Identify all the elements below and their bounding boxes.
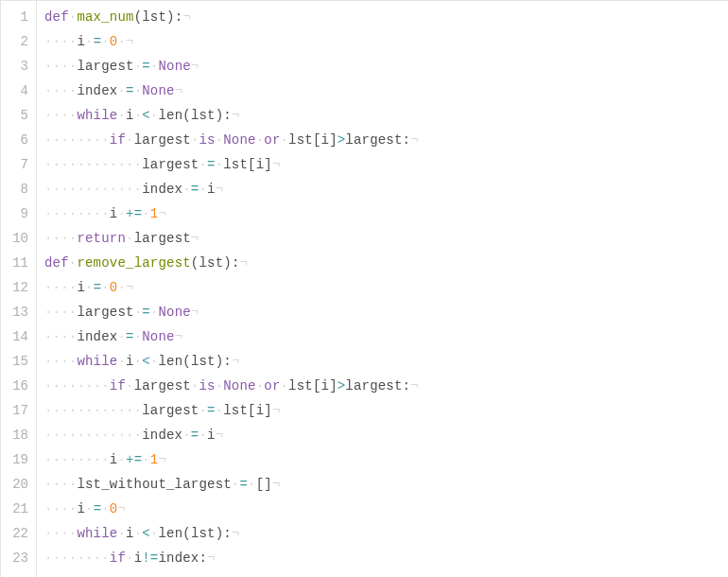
token-kw: while	[77, 354, 117, 369]
line-number: 13	[1, 300, 36, 324]
token-var: i	[77, 501, 85, 516]
indent-whitespace: ····	[44, 501, 77, 516]
token-var: i	[77, 280, 85, 295]
whitespace: ·	[256, 132, 265, 148]
token-op: =	[142, 305, 150, 320]
code-line[interactable]: ····largest·=·None¬	[44, 300, 728, 324]
line-number: 10	[1, 226, 36, 251]
eol-marker: ¬	[191, 305, 199, 320]
eol-marker: ¬	[272, 477, 281, 492]
code-line[interactable]: ····while·i·<·len(lst):¬	[44, 521, 728, 546]
whitespace: ·	[117, 280, 126, 295]
line-number: 3	[1, 54, 36, 79]
token-var: i	[126, 108, 134, 123]
code-editor[interactable]: 1234567891011121314151617181920212223 de…	[1, 1, 728, 577]
whitespace: ·	[280, 132, 288, 148]
code-line[interactable]: ····i·=·0·¬	[44, 29, 728, 54]
token-var: len	[158, 108, 182, 123]
eol-marker: ¬	[126, 34, 134, 49]
line-number: 22	[1, 521, 36, 546]
token-punc: :	[223, 108, 232, 123]
token-var: lst	[223, 157, 248, 172]
token-punc: ]	[264, 403, 272, 418]
code-line[interactable]: ····i·=·0·¬	[44, 275, 728, 300]
token-var: lst	[142, 9, 166, 25]
code-line[interactable]: ········if·largest·is·None·or·lst[i]>lar…	[44, 374, 728, 398]
code-line[interactable]: ····largest·=·None¬	[44, 54, 728, 79]
whitespace: ·	[134, 354, 143, 369]
token-punc: [	[313, 132, 321, 148]
token-op: =	[94, 34, 102, 49]
token-kw: while	[77, 526, 117, 541]
token-var: largest	[142, 403, 199, 418]
code-area[interactable]: def·max_num(lst):¬····i·=·0·¬····largest…	[37, 1, 728, 577]
code-line[interactable]: def·max_num(lst):¬	[44, 5, 728, 29]
whitespace: ·	[134, 59, 143, 74]
whitespace: ·	[182, 182, 191, 197]
whitespace: ·	[199, 157, 207, 172]
token-var: largest	[142, 157, 199, 172]
whitespace: ·	[117, 329, 126, 344]
token-punc: (	[182, 108, 191, 123]
code-line[interactable]: ············largest·=·lst[i]¬	[44, 152, 728, 177]
token-kw: if	[110, 551, 126, 566]
code-line[interactable]: ········if·i!=index:¬	[44, 546, 728, 570]
line-number: 12	[1, 275, 36, 300]
token-var: i	[321, 378, 330, 393]
token-var: i	[256, 403, 265, 418]
token-none: None	[142, 329, 174, 344]
whitespace: ·	[199, 403, 207, 418]
whitespace: ·	[117, 354, 126, 369]
token-var: i	[321, 132, 330, 148]
token-var: lst	[191, 354, 216, 369]
token-punc: :	[175, 9, 183, 25]
code-line[interactable]: ········if·largest·is·None·or·lst[i]>lar…	[44, 128, 728, 152]
token-punc: [	[256, 477, 265, 492]
code-line[interactable]: ········i·+=·1¬	[44, 201, 728, 226]
eol-marker: ¬	[175, 83, 183, 98]
code-line[interactable]: def·remove_largest(lst):¬	[44, 251, 728, 275]
indent-whitespace: ········	[44, 206, 110, 221]
token-punc: )	[166, 9, 175, 25]
line-number: 8	[1, 177, 36, 201]
line-number: 5	[1, 103, 36, 128]
token-none: None	[158, 59, 190, 74]
code-line[interactable]: ····i·=·0¬	[44, 497, 728, 521]
token-kw: or	[264, 132, 280, 148]
code-line[interactable]: ············index·=·i¬	[44, 423, 728, 447]
token-op: =	[126, 83, 134, 98]
code-line[interactable]: ····index·=·None¬	[44, 324, 728, 349]
eol-marker: ¬	[410, 132, 419, 148]
code-line[interactable]: ········i·+=·1¬	[44, 447, 728, 472]
token-punc: (	[182, 526, 191, 541]
code-line[interactable]: ····while·i·<·len(lst):¬	[44, 103, 728, 128]
code-line[interactable]: ····return·largest¬	[44, 226, 728, 251]
whitespace: ·	[248, 477, 256, 492]
token-var: largest	[345, 378, 402, 393]
indent-whitespace: ········	[44, 378, 110, 393]
code-line[interactable]: ····while·i·<·len(lst):¬	[44, 349, 728, 374]
indent-whitespace: ····	[44, 108, 77, 123]
line-number: 19	[1, 447, 36, 472]
line-number: 2	[1, 29, 36, 54]
token-var: index	[158, 551, 199, 566]
code-line[interactable]: ····lst_without_largest·=·[]¬	[44, 472, 728, 497]
eol-marker: ¬	[239, 255, 248, 271]
line-number: 21	[1, 497, 36, 521]
code-line[interactable]: ····index·=·None¬	[44, 79, 728, 103]
indent-whitespace: ············	[44, 182, 142, 197]
code-line[interactable]: ············index·=·i¬	[44, 177, 728, 201]
token-op: =	[126, 329, 134, 344]
token-kw: while	[77, 108, 117, 123]
token-op: =	[94, 280, 102, 295]
eol-marker: ¬	[158, 452, 166, 467]
eol-marker: ¬	[232, 354, 240, 369]
token-op: =	[207, 403, 216, 418]
token-kw: if	[110, 378, 126, 393]
token-punc: )	[223, 255, 232, 271]
line-number: 20	[1, 472, 36, 497]
code-line[interactable]: ············largest·=·lst[i]¬	[44, 398, 728, 423]
token-var: len	[158, 526, 182, 541]
indent-whitespace: ········	[44, 132, 110, 148]
token-var: i	[207, 182, 216, 197]
